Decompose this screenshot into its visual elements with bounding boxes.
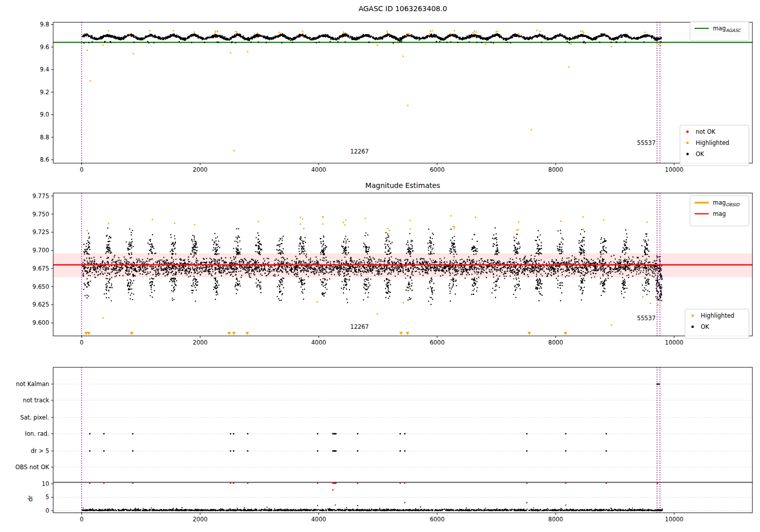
obsid-annotation: 55537: [637, 315, 656, 322]
y-tick-label: 8.8: [40, 134, 49, 141]
clipped-highlighted-triangles: [85, 332, 567, 335]
x-tick-label: 4000: [311, 516, 326, 523]
x-tick-label: 0: [80, 166, 83, 173]
legend-label: OK: [696, 150, 704, 158]
legend-label: Highlighted: [701, 312, 734, 319]
legend-marker: [692, 326, 694, 328]
y-tick-label: 8.6: [40, 156, 49, 163]
x-tick-label: 8000: [548, 339, 563, 346]
y-tick-label: 9.775: [32, 193, 49, 200]
chart-canvas: AGASC ID 1063263408.01226755537020004000…: [0, 0, 760, 532]
x-tick-label: 0: [80, 339, 83, 346]
y-tick-label: 9.6: [40, 44, 49, 51]
obsid-annotation: 12267: [350, 323, 369, 330]
category-label: not Kalman: [16, 381, 49, 388]
dr-points: [82, 505, 662, 511]
x-tick-label: 6000: [430, 339, 444, 346]
middle-plot-title: Magnitude Estimates: [365, 181, 440, 189]
x-tick-label: 8000: [548, 166, 563, 173]
dr-axis-label: dr: [27, 496, 34, 502]
not-ok-points: [90, 483, 657, 503]
ok-points: [83, 34, 661, 43]
obsid-annotation: 12267: [350, 148, 369, 155]
y-tick-label: 9.600: [32, 319, 49, 326]
x-tick-label: 6000: [430, 166, 444, 173]
x-tick-label: 10000: [665, 339, 683, 346]
legend-marker: [687, 142, 689, 144]
x-tick-label: 0: [80, 516, 83, 523]
category-label: Sat. pixel.: [20, 414, 49, 421]
highlighted-points: [87, 30, 661, 150]
legend-marker: [692, 315, 694, 317]
category-label: not track: [23, 397, 49, 404]
legend-marker: [687, 131, 689, 133]
x-tick-label: 2000: [193, 339, 207, 346]
x-tick-label: 8000: [548, 516, 563, 523]
legend-label: not OK: [696, 128, 716, 135]
y-tick-label: 9.625: [32, 301, 49, 308]
category-label: dr > 5: [31, 447, 49, 454]
top-plot-title: AGASC ID 1063263408.0: [359, 5, 447, 13]
y-tick-label: 9.725: [32, 229, 49, 236]
legend-marker: [687, 153, 689, 156]
figure-svg: AGASC ID 1063263408.01226755537020004000…: [0, 0, 760, 532]
dr-tick-label: 10: [42, 480, 49, 487]
category-label: Ion. rad.: [25, 430, 49, 437]
category-label: OBS not OK: [15, 464, 49, 471]
y-tick-label: 9.0: [40, 111, 49, 118]
y-tick-label: 9.650: [32, 283, 49, 290]
x-tick-label: 2000: [193, 166, 207, 173]
figure: AGASC ID 1063263408.01226755537020004000…: [0, 0, 760, 532]
legend-label: OK: [701, 323, 709, 330]
x-tick-label: 10000: [665, 516, 683, 523]
dr-tick-label: 0: [46, 507, 49, 514]
y-tick-label: 9.750: [32, 211, 49, 218]
y-tick-label: 9.2: [40, 89, 49, 96]
x-tick-label: 6000: [430, 516, 444, 523]
x-tick-label: 10000: [665, 166, 683, 173]
obsid-annotation: 55537: [637, 139, 656, 146]
y-tick-label: 9.700: [32, 247, 49, 254]
y-tick-label: 9.4: [40, 66, 49, 73]
legend-label: Highlighted: [696, 139, 729, 146]
x-tick-label: 4000: [311, 166, 326, 173]
bottom-plot-frame: [53, 367, 752, 513]
x-tick-label: 2000: [193, 516, 207, 523]
y-tick-label: 9.8: [40, 21, 49, 28]
x-tick-label: 4000: [311, 339, 326, 346]
y-tick-label: 9.675: [32, 265, 49, 272]
legend-label: mag: [713, 210, 726, 217]
dr-tick-label: 5: [46, 493, 49, 501]
